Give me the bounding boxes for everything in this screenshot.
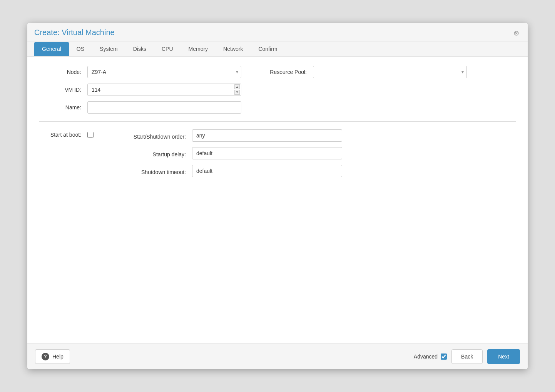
vmid-spinner-wrapper: ▲ ▼ — [87, 84, 241, 96]
next-button[interactable]: Next — [487, 349, 520, 364]
tab-general[interactable]: General — [34, 42, 69, 56]
vmid-label: VM ID: — [39, 87, 81, 93]
dialog-header: Create: Virtual Machine ⊗ — [27, 23, 528, 42]
node-select-wrapper: Z97-A ▾ — [87, 66, 241, 78]
shutdown-timeout-row: Shutdown timeout: — [117, 165, 342, 177]
start-shutdown-order-input[interactable] — [192, 129, 342, 142]
shutdown-timeout-input[interactable] — [192, 165, 342, 177]
close-icon: ⊗ — [513, 29, 519, 37]
top-form-section: Node: Z97-A ▾ Resource Pool: ▾ — [39, 66, 516, 114]
vmid-row: VM ID: ▲ ▼ — [39, 84, 516, 96]
advanced-text: Advanced — [414, 353, 438, 360]
startup-delay-label: Startup delay: — [117, 149, 186, 158]
vmid-input[interactable] — [87, 84, 241, 96]
help-icon: ? — [42, 353, 49, 360]
shutdown-settings-section: Start/Shutdown order: Startup delay: Shu… — [117, 129, 342, 183]
vmid-increment-button[interactable]: ▲ — [234, 84, 240, 89]
resource-pool-label: Resource Pool: — [264, 69, 307, 75]
advanced-checkbox[interactable] — [441, 353, 447, 360]
tab-memory[interactable]: Memory — [181, 42, 216, 56]
tab-os[interactable]: OS — [69, 42, 92, 56]
startup-delay-row: Startup delay: — [117, 147, 342, 159]
close-button[interactable]: ⊗ — [512, 28, 521, 38]
start-at-boot-label: Start at boot: — [39, 132, 81, 138]
dialog-body: Node: Z97-A ▾ Resource Pool: ▾ — [27, 57, 528, 343]
tab-disks[interactable]: Disks — [125, 42, 154, 56]
tab-network[interactable]: Network — [216, 42, 251, 56]
help-button[interactable]: ? Help — [35, 349, 70, 364]
start-shutdown-order-row: Start/Shutdown order: — [117, 129, 342, 142]
bottom-form-section: Start at boot: Start/Shutdown order: Sta… — [39, 129, 516, 183]
tab-cpu[interactable]: CPU — [154, 42, 181, 56]
shutdown-timeout-label: Shutdown timeout: — [117, 166, 186, 176]
name-label: Name: — [39, 104, 81, 111]
name-row: Name: — [39, 101, 516, 114]
startup-delay-input[interactable] — [192, 147, 342, 159]
footer-right: Advanced Back Next — [414, 349, 520, 364]
tabs-bar: General OS System Disks CPU Memory Netwo… — [27, 42, 528, 57]
back-button[interactable]: Back — [451, 349, 483, 364]
dialog-footer: ? Help Advanced Back Next — [27, 343, 528, 369]
create-vm-dialog: Create: Virtual Machine ⊗ General OS Sys… — [27, 23, 528, 369]
node-label: Node: — [39, 69, 81, 75]
section-divider — [39, 121, 516, 122]
start-at-boot-checkbox[interactable] — [87, 132, 94, 138]
resource-pool-select[interactable] — [313, 66, 467, 78]
resource-pool-select-wrapper: ▾ — [313, 66, 467, 78]
dialog-title: Create: Virtual Machine — [34, 28, 115, 42]
help-label: Help — [52, 353, 64, 360]
vmid-decrement-button[interactable]: ▼ — [234, 90, 240, 95]
start-at-boot-section: Start at boot: — [39, 129, 94, 183]
tab-system[interactable]: System — [92, 42, 125, 56]
start-shutdown-order-label: Start/Shutdown order: — [117, 131, 186, 140]
advanced-label[interactable]: Advanced — [414, 353, 447, 360]
tab-confirm[interactable]: Confirm — [251, 42, 285, 56]
node-select[interactable]: Z97-A — [87, 66, 241, 78]
name-input[interactable] — [87, 101, 241, 114]
vmid-spinner-buttons: ▲ ▼ — [234, 84, 240, 95]
